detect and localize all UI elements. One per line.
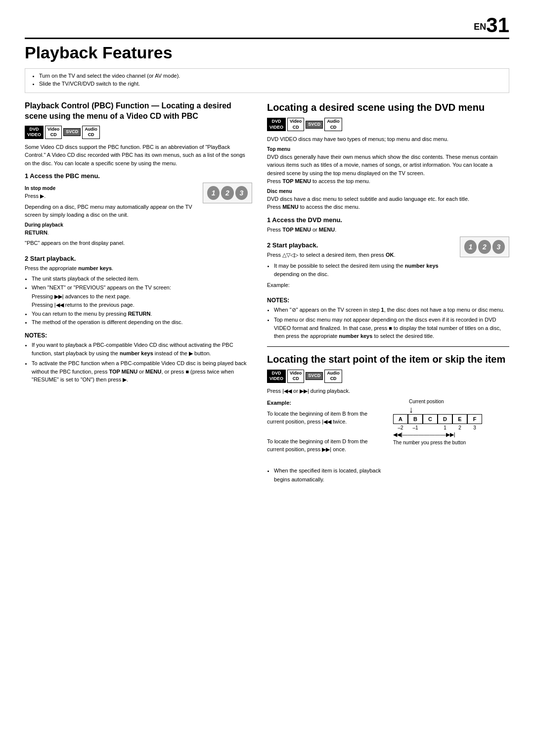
right-column: Locating a desired scene using the DVD m… <box>267 101 509 484</box>
the-number-label: The number you press the button <box>393 440 509 445</box>
track-numbers-row: –2 –1 1 2 3 <box>393 425 509 430</box>
current-pos-label: Current position <box>409 399 509 404</box>
dvd-number-image: 1 2 3 <box>460 236 509 257</box>
during-playback-text: RETURN. <box>25 229 198 237</box>
dvd-num-2: 2 <box>478 240 490 254</box>
page-number: 31 <box>486 13 509 37</box>
notes-pbc-item1: If you want to playback a PBC-compatible… <box>32 341 252 357</box>
section2-title: Locating a desired scene using the DVD m… <box>267 101 509 114</box>
pbc-number-image: 1 2 3 <box>203 183 252 203</box>
step2-pbc-item3: You can return to the menu by pressing R… <box>32 310 252 319</box>
notes-dvd-item1: When "⊘" appears on the TV screen in ste… <box>274 306 509 314</box>
section1-intro: Some Video CD discs support the PBC func… <box>25 143 252 168</box>
track-num-neg1: –1 <box>408 425 423 430</box>
badge2-video-cd: VideoCD <box>287 118 304 131</box>
badge3-audio-cd: AudioCD <box>324 370 342 383</box>
notes-dvd-item2: Top menu or disc menu may not appear dep… <box>274 316 509 340</box>
step1-pbc-details: In stop mode Press ▶. Depending on a dis… <box>25 183 198 250</box>
notes-dvd: NOTES: When "⊘" appears on the TV screen… <box>267 297 509 340</box>
notes-pbc-list: If you want to playback a PBC-compatible… <box>25 341 252 384</box>
section1-title: Playback Control (PBC) Function — Locati… <box>25 101 252 122</box>
notes-pbc-title: NOTES: <box>25 332 252 339</box>
in-stop-mode-label: In stop mode <box>25 186 198 191</box>
intro-item-1: Turn on the TV and select the video chan… <box>39 73 503 79</box>
diagram-note-list: When the specified item is located, play… <box>267 467 383 484</box>
dvd-num-3: 3 <box>492 240 505 254</box>
divider <box>267 346 509 347</box>
disc-menu-text: DVD discs have a disc menu to select sub… <box>267 195 509 211</box>
diagram-visual: Current position ↓ A B C D E F –2 –1 1 2… <box>393 399 509 445</box>
cell-c: C <box>423 414 438 424</box>
during-playback-note: "PBC" appears on the front display panel… <box>25 239 198 247</box>
step2-pbc-title: 2 Start playback. <box>25 255 252 262</box>
diagram-text1: To locate the beginning of item B from t… <box>267 410 383 426</box>
skip-diagram: Example: To locate the beginning of item… <box>267 399 509 484</box>
badge2-svcd: SVCD <box>306 121 323 129</box>
in-stop-mode-text: Press ▶. <box>25 192 198 200</box>
step2-dvd-title: 2 Start playback. <box>267 241 455 249</box>
step2-dvd-row: 2 Start playback. Press △▽◁▷ to select a… <box>267 236 509 291</box>
step2-pbc-item4: The method of the operation is different… <box>32 318 252 327</box>
page-header: EN31 <box>25 15 509 39</box>
intro-box: Turn on the TV and select the video chan… <box>25 68 509 93</box>
badge3-svcd: SVCD <box>306 372 323 380</box>
diagram-text2: To locate the beginning of item D from t… <box>267 437 383 454</box>
step1-dvd-text: Press TOP MENU or MENU. <box>267 226 509 234</box>
disc-menu-label: Disc menu <box>267 189 509 194</box>
page-title: Playback Features <box>25 43 509 62</box>
num-2-circle: 2 <box>221 186 233 200</box>
badge-audio-cd: AudioCD <box>82 126 100 139</box>
notes-dvd-title: NOTES: <box>267 297 509 304</box>
notes-pbc: NOTES: If you want to playback a PBC-com… <box>25 332 252 384</box>
intro-item-2: Slide the TV/VCR/DVD switch to the right… <box>39 81 503 87</box>
cell-d: D <box>438 414 452 424</box>
notes-pbc-item2: To activate the PBC function when a PBC-… <box>32 359 252 384</box>
track-num-neg2: –2 <box>393 425 408 430</box>
badge2-dvd-video: DVDVIDEO <box>267 118 286 131</box>
section2-badges: DVDVIDEO VideoCD SVCD AudioCD <box>267 118 509 131</box>
cell-b: B <box>408 414 423 424</box>
step2-dvd-note: It may be possible to select the desired… <box>274 262 455 279</box>
badge3-video-cd: VideoCD <box>287 370 304 383</box>
step2-pbc-item1: The unit starts playback of the selected… <box>32 275 252 284</box>
num-3-circle: 3 <box>235 186 248 200</box>
track-num-0 <box>423 425 438 430</box>
back-arrow: ◀◀|—————— <box>393 431 435 438</box>
notes-dvd-list: When "⊘" appears on the TV screen in ste… <box>267 306 509 340</box>
fwd-arrow: ——▶▶| <box>435 431 455 438</box>
track-arrows-row: ◀◀|—————— ——▶▶| <box>393 431 509 438</box>
track-num-1: 1 <box>438 425 452 430</box>
step1-pbc-title: 1 Access the PBC menu. <box>25 172 252 180</box>
top-menu-label: Top menu <box>267 146 509 152</box>
step2-dvd-text: Press △▽◁▷ to select a desired item, the… <box>267 251 455 259</box>
cell-f: F <box>467 414 482 424</box>
step1-dvd-title: 1 Access the DVD menu. <box>267 216 509 224</box>
step2-pbc-text: Press the appropriate number keys. <box>25 264 252 273</box>
left-column: Playback Control (PBC) Function — Locati… <box>25 101 252 484</box>
in-stop-mode-note: Depending on a disc, PBC menu may automa… <box>25 203 198 219</box>
intro-list: Turn on the TV and select the video chan… <box>31 73 503 87</box>
top-menu-text: DVD discs generally have their own menus… <box>267 153 509 186</box>
step2-dvd-list: It may be possible to select the desired… <box>267 262 455 279</box>
en-label: EN <box>474 22 486 32</box>
section3-badges: DVDVIDEO VideoCD SVCD AudioCD <box>267 370 509 383</box>
step1-pbc-content: In stop mode Press ▶. Depending on a dis… <box>25 183 252 250</box>
cell-a: A <box>393 414 408 424</box>
example-dvd-label: Example: <box>267 281 455 289</box>
step2-dvd-content: 2 Start playback. Press △▽◁▷ to select a… <box>267 236 455 291</box>
two-column-layout: Playback Control (PBC) Function — Locati… <box>25 101 509 484</box>
track-num-2: 2 <box>452 425 467 430</box>
cell-e: E <box>452 414 467 424</box>
track-num-3: 3 <box>467 425 482 430</box>
step2-pbc-list: The unit starts playback of the selected… <box>25 275 252 327</box>
step2-pbc-item2: When "NEXT" or "PREVIOUS" appears on the… <box>32 284 252 310</box>
num-1-circle: 1 <box>207 186 220 200</box>
badge-video-cd: VideoCD <box>45 126 62 139</box>
diagram-note: When the specified item is located, play… <box>274 467 383 484</box>
section1-badges: DVDVIDEO VideoCD SVCD AudioCD <box>25 126 252 139</box>
example2-label: Example: <box>267 399 383 407</box>
diagram-text: Example: To locate the beginning of item… <box>267 399 383 484</box>
dvd-num-1: 1 <box>464 240 477 254</box>
section3-title: Locating the start point of the item or … <box>267 353 509 366</box>
section2-intro: DVD VIDEO discs may have two types of me… <box>267 135 509 143</box>
